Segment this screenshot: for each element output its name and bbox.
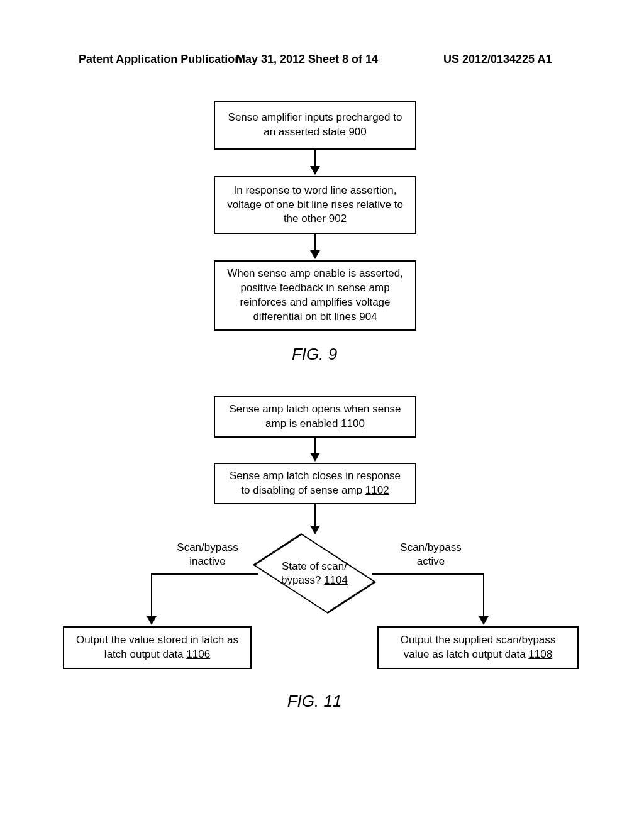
box1106-text: Output the value stored in latch as latc…: [73, 633, 242, 662]
arrow-1100-1102: [314, 438, 316, 460]
arrow-902-904: [314, 234, 316, 258]
arrow-900-902: [314, 150, 316, 174]
box900-text: Sense amplifier inputs precharged to an …: [224, 111, 406, 140]
box900-content: Sense amplifier inputs precharged to an …: [228, 111, 402, 138]
branch-left-line2: inactive: [189, 555, 226, 567]
box902-ref: 902: [329, 213, 347, 224]
fig11-diamond-1104: State of scan/ bypass? 1104: [258, 536, 371, 611]
box1100-content: Sense amp latch opens when sense amp is …: [229, 403, 401, 429]
header-date-sheet: May 31, 2012 Sheet 8 of 14: [236, 53, 378, 66]
header-docnumber: US 2012/0134225 A1: [443, 53, 552, 66]
fig11-box-1106: Output the value stored in latch as latc…: [63, 626, 252, 669]
fig9-label: FIG. 9: [252, 345, 377, 364]
branch-right-label: Scan/bypass active: [390, 541, 472, 568]
box1100-ref: 1100: [341, 418, 365, 429]
box1106-content: Output the value stored in latch as latc…: [76, 634, 238, 660]
diamond1104-line1: State of scan/: [282, 560, 347, 572]
box1108-ref: 1108: [528, 648, 552, 660]
fig11-box-1108: Output the supplied scan/bypass value as…: [377, 626, 579, 669]
box900-ref: 900: [348, 126, 366, 138]
box902-text: In response to word line assertion, volt…: [224, 184, 406, 227]
fig9-box-902: In response to word line assertion, volt…: [214, 176, 416, 234]
hline-right: [372, 573, 484, 575]
fig9-box-904: When sense amp enable is asserted, posit…: [214, 260, 416, 331]
fig11-box-1100: Sense amp latch opens when sense amp is …: [214, 396, 416, 438]
diamond1104-ref: 1104: [324, 574, 348, 586]
hline-left: [151, 573, 258, 575]
branch-left-line1: Scan/bypass: [177, 541, 238, 553]
branch-right-line2: active: [417, 555, 445, 567]
box1102-ref: 1102: [365, 484, 389, 496]
fig11-box-1102: Sense amp latch closes in response to di…: [214, 463, 416, 504]
diamond1104-line2-text: bypass?: [281, 574, 324, 586]
box904-text: When sense amp enable is asserted, posit…: [224, 267, 406, 324]
fig11-label: FIG. 11: [252, 692, 377, 711]
header-publication: Patent Application Publication: [79, 53, 242, 66]
fig9-box-900: Sense amplifier inputs precharged to an …: [214, 101, 416, 150]
box904-ref: 904: [359, 311, 377, 323]
box1106-ref: 1106: [186, 648, 210, 660]
box902-content: In response to word line assertion, volt…: [227, 184, 403, 225]
branch-right-line1: Scan/bypass: [400, 541, 461, 553]
diamond1104-line2: bypass? 1104: [281, 574, 348, 586]
arrow-1102-1104: [314, 504, 316, 533]
vline-left: [151, 573, 152, 624]
vline-right: [483, 573, 484, 624]
box1108-text: Output the supplied scan/bypass value as…: [387, 633, 569, 662]
box1100-text: Sense amp latch opens when sense amp is …: [224, 402, 406, 431]
branch-left-label: Scan/bypass inactive: [167, 541, 248, 568]
box1102-text: Sense amp latch closes in response to di…: [224, 469, 406, 498]
